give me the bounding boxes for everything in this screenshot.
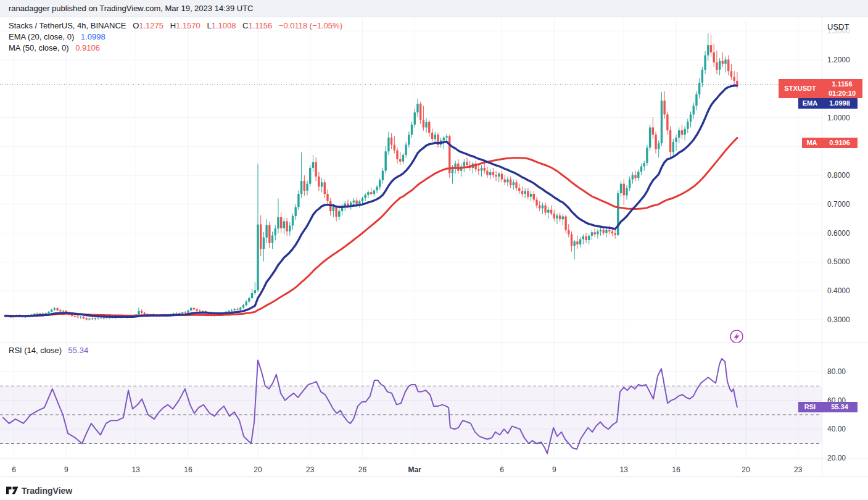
tradingview-logo[interactable]: TradingView: [6, 486, 72, 496]
rsi-name: RSI (14, close): [9, 346, 62, 355]
chart-widget: ranadagger published on TradingView.com,…: [0, 0, 868, 500]
ma-value: 0.9106: [75, 43, 100, 52]
ema-price: 1.0998: [822, 98, 858, 109]
bar-countdown: 01:20:10: [829, 90, 856, 97]
open-value: 1.1275: [139, 21, 163, 30]
main-legend[interactable]: Stacks / TetherUS, 4h, BINANCE O1.1275 H…: [9, 20, 342, 54]
symbol-title: Stacks / TetherUS, 4h, BINANCE: [9, 21, 126, 30]
attribution-text: ranadagger published on TradingView.com,…: [9, 4, 254, 13]
close-value: 1.1156: [248, 21, 272, 30]
tradingview-logo-text: TradingView: [22, 486, 72, 496]
tradingview-logo-icon: [6, 487, 12, 494]
ema-value: 1.0998: [81, 32, 105, 41]
change-value: −0.0118 (−1.05%): [279, 21, 342, 30]
attribution-bar: ranadagger published on TradingView.com,…: [0, 0, 868, 17]
main-price-pane[interactable]: [0, 17, 822, 343]
rsi-pane[interactable]: [0, 343, 822, 459]
ma-price: 0.9106: [822, 138, 858, 148]
symbol-legend-row[interactable]: Stacks / TetherUS, 4h, BINANCE O1.1275 H…: [9, 20, 342, 31]
time-axis[interactable]: [0, 459, 822, 477]
ema-tag: EMA: [798, 98, 822, 109]
high-value: 1.1570: [176, 21, 200, 30]
rsi-legend-row[interactable]: RSI (14, close) 55.34: [9, 346, 88, 355]
low-value: 1.1008: [212, 21, 236, 30]
symbol-tag: STXUSDT: [779, 79, 822, 98]
ema-price-badge: EMA 1.0998: [798, 98, 858, 109]
ma-tag: MA: [802, 138, 822, 148]
last-price: 1.1156: [832, 80, 852, 88]
ema-name: EMA (20, close, 0): [9, 32, 74, 41]
high-label: H: [170, 21, 176, 30]
rsi-price: 55.34: [822, 402, 858, 412]
rsi-value: 55.34: [68, 346, 89, 355]
open-label: O: [133, 21, 139, 30]
ema-legend-row[interactable]: EMA (20, close, 0) 1.0998: [9, 31, 342, 43]
last-price-badge: STXUSDT 1.1156 01:20:10: [779, 79, 862, 98]
rsi-value-badge: RSI 55.34: [798, 402, 858, 412]
rsi-tag: RSI: [798, 402, 822, 412]
ma-name: MA (50, close, 0): [9, 43, 69, 52]
ma-price-badge: MA 0.9106: [802, 138, 858, 148]
ma-legend-row[interactable]: MA (50, close, 0) 0.9106: [9, 43, 342, 54]
low-label: L: [207, 21, 211, 30]
